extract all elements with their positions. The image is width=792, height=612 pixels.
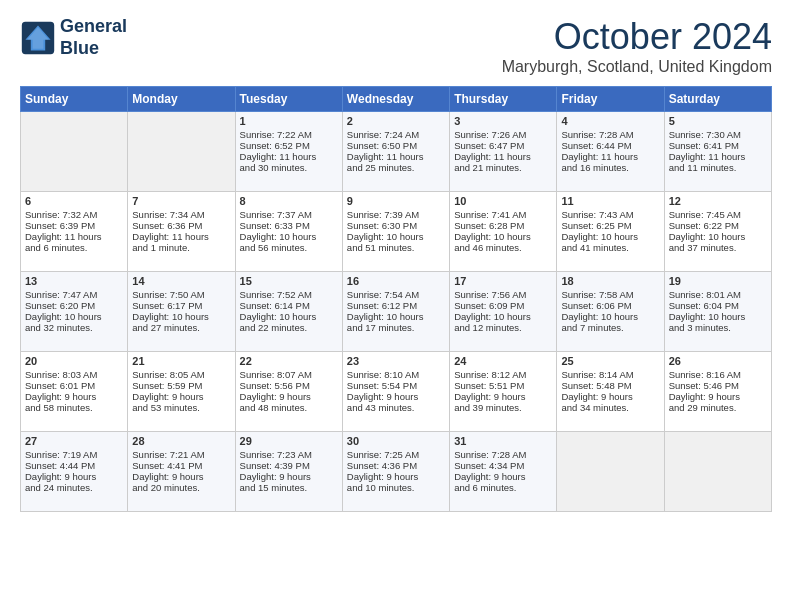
cell-info: and 15 minutes. bbox=[240, 482, 338, 493]
cell-w0-d3: 2Sunrise: 7:24 AMSunset: 6:50 PMDaylight… bbox=[342, 112, 449, 192]
cell-info: Sunrise: 7:26 AM bbox=[454, 129, 552, 140]
cell-info: Daylight: 11 hours bbox=[669, 151, 767, 162]
day-number: 9 bbox=[347, 195, 445, 207]
cell-info: and 56 minutes. bbox=[240, 242, 338, 253]
cell-info: Daylight: 10 hours bbox=[240, 311, 338, 322]
cell-info: Sunrise: 8:07 AM bbox=[240, 369, 338, 380]
cell-info: Sunset: 6:25 PM bbox=[561, 220, 659, 231]
cell-info: Sunrise: 7:54 AM bbox=[347, 289, 445, 300]
cell-info: and 12 minutes. bbox=[454, 322, 552, 333]
cell-info: Sunrise: 8:16 AM bbox=[669, 369, 767, 380]
cell-info: Sunrise: 7:21 AM bbox=[132, 449, 230, 460]
cell-info: Daylight: 10 hours bbox=[454, 311, 552, 322]
cell-w3-d1: 21Sunrise: 8:05 AMSunset: 5:59 PMDayligh… bbox=[128, 352, 235, 432]
day-number: 21 bbox=[132, 355, 230, 367]
cell-info: Sunrise: 7:58 AM bbox=[561, 289, 659, 300]
cell-info: Sunset: 6:06 PM bbox=[561, 300, 659, 311]
cell-info: Sunset: 6:28 PM bbox=[454, 220, 552, 231]
cell-info: Sunrise: 7:32 AM bbox=[25, 209, 123, 220]
cell-info: Sunrise: 7:19 AM bbox=[25, 449, 123, 460]
day-number: 31 bbox=[454, 435, 552, 447]
cell-info: Daylight: 11 hours bbox=[25, 231, 123, 242]
day-number: 22 bbox=[240, 355, 338, 367]
cell-info: Sunrise: 7:28 AM bbox=[454, 449, 552, 460]
cell-w1-d4: 10Sunrise: 7:41 AMSunset: 6:28 PMDayligh… bbox=[450, 192, 557, 272]
cell-info: Sunrise: 8:03 AM bbox=[25, 369, 123, 380]
cell-info: and 48 minutes. bbox=[240, 402, 338, 413]
day-number: 27 bbox=[25, 435, 123, 447]
day-number: 15 bbox=[240, 275, 338, 287]
month-title: October 2024 bbox=[502, 16, 772, 58]
cell-info: and 41 minutes. bbox=[561, 242, 659, 253]
cell-info: Sunset: 6:39 PM bbox=[25, 220, 123, 231]
cell-info: and 53 minutes. bbox=[132, 402, 230, 413]
day-number: 4 bbox=[561, 115, 659, 127]
cell-info: Sunrise: 8:01 AM bbox=[669, 289, 767, 300]
col-header-monday: Monday bbox=[128, 87, 235, 112]
cell-info: Daylight: 10 hours bbox=[561, 231, 659, 242]
cell-w2-d5: 18Sunrise: 7:58 AMSunset: 6:06 PMDayligh… bbox=[557, 272, 664, 352]
cell-w3-d6: 26Sunrise: 8:16 AMSunset: 5:46 PMDayligh… bbox=[664, 352, 771, 432]
cell-info: and 46 minutes. bbox=[454, 242, 552, 253]
cell-info: Daylight: 10 hours bbox=[561, 311, 659, 322]
day-number: 7 bbox=[132, 195, 230, 207]
cell-w3-d3: 23Sunrise: 8:10 AMSunset: 5:54 PMDayligh… bbox=[342, 352, 449, 432]
logo-text: General Blue bbox=[60, 16, 127, 59]
cell-info: Daylight: 9 hours bbox=[669, 391, 767, 402]
cell-info: Sunset: 6:44 PM bbox=[561, 140, 659, 151]
cell-info: and 39 minutes. bbox=[454, 402, 552, 413]
cell-info: Sunset: 4:41 PM bbox=[132, 460, 230, 471]
cell-info: Sunset: 6:33 PM bbox=[240, 220, 338, 231]
cell-info: Daylight: 9 hours bbox=[454, 391, 552, 402]
col-header-friday: Friday bbox=[557, 87, 664, 112]
cell-info: Sunrise: 7:37 AM bbox=[240, 209, 338, 220]
cell-info: Sunset: 6:47 PM bbox=[454, 140, 552, 151]
cell-w1-d3: 9Sunrise: 7:39 AMSunset: 6:30 PMDaylight… bbox=[342, 192, 449, 272]
header: General Blue October 2024 Maryburgh, Sco… bbox=[20, 16, 772, 76]
logo-icon bbox=[20, 20, 56, 56]
cell-info: Sunset: 6:36 PM bbox=[132, 220, 230, 231]
day-number: 11 bbox=[561, 195, 659, 207]
day-number: 18 bbox=[561, 275, 659, 287]
cell-info: Sunset: 6:52 PM bbox=[240, 140, 338, 151]
cell-info: Sunrise: 7:22 AM bbox=[240, 129, 338, 140]
cell-info: Daylight: 9 hours bbox=[132, 471, 230, 482]
cell-info: Sunrise: 7:52 AM bbox=[240, 289, 338, 300]
cell-info: Daylight: 10 hours bbox=[669, 231, 767, 242]
day-number: 17 bbox=[454, 275, 552, 287]
cell-w1-d5: 11Sunrise: 7:43 AMSunset: 6:25 PMDayligh… bbox=[557, 192, 664, 272]
cell-info: Sunrise: 7:56 AM bbox=[454, 289, 552, 300]
cell-info: and 6 minutes. bbox=[454, 482, 552, 493]
cell-w2-d0: 13Sunrise: 7:47 AMSunset: 6:20 PMDayligh… bbox=[21, 272, 128, 352]
day-number: 23 bbox=[347, 355, 445, 367]
cell-info: Sunset: 6:14 PM bbox=[240, 300, 338, 311]
cell-w2-d1: 14Sunrise: 7:50 AMSunset: 6:17 PMDayligh… bbox=[128, 272, 235, 352]
cell-info: Sunrise: 7:47 AM bbox=[25, 289, 123, 300]
cell-info: Sunset: 6:50 PM bbox=[347, 140, 445, 151]
col-header-saturday: Saturday bbox=[664, 87, 771, 112]
cell-info: Sunset: 6:17 PM bbox=[132, 300, 230, 311]
cell-info: Sunset: 6:20 PM bbox=[25, 300, 123, 311]
cell-w4-d4: 31Sunrise: 7:28 AMSunset: 4:34 PMDayligh… bbox=[450, 432, 557, 512]
day-number: 16 bbox=[347, 275, 445, 287]
week-row-0: 1Sunrise: 7:22 AMSunset: 6:52 PMDaylight… bbox=[21, 112, 772, 192]
cell-info: Sunrise: 7:24 AM bbox=[347, 129, 445, 140]
location: Maryburgh, Scotland, United Kingdom bbox=[502, 58, 772, 76]
cell-info: Daylight: 11 hours bbox=[347, 151, 445, 162]
cell-w2-d4: 17Sunrise: 7:56 AMSunset: 6:09 PMDayligh… bbox=[450, 272, 557, 352]
cell-w0-d5: 4Sunrise: 7:28 AMSunset: 6:44 PMDaylight… bbox=[557, 112, 664, 192]
calendar-table: SundayMondayTuesdayWednesdayThursdayFrid… bbox=[20, 86, 772, 512]
cell-w1-d0: 6Sunrise: 7:32 AMSunset: 6:39 PMDaylight… bbox=[21, 192, 128, 272]
cell-info: and 24 minutes. bbox=[25, 482, 123, 493]
cell-w3-d4: 24Sunrise: 8:12 AMSunset: 5:51 PMDayligh… bbox=[450, 352, 557, 432]
week-row-2: 13Sunrise: 7:47 AMSunset: 6:20 PMDayligh… bbox=[21, 272, 772, 352]
cell-info: Daylight: 9 hours bbox=[132, 391, 230, 402]
day-number: 28 bbox=[132, 435, 230, 447]
cell-info: Daylight: 9 hours bbox=[25, 471, 123, 482]
cell-info: and 7 minutes. bbox=[561, 322, 659, 333]
cell-info: Daylight: 9 hours bbox=[240, 391, 338, 402]
cell-info: Sunset: 4:39 PM bbox=[240, 460, 338, 471]
title-block: October 2024 Maryburgh, Scotland, United… bbox=[502, 16, 772, 76]
cell-w3-d2: 22Sunrise: 8:07 AMSunset: 5:56 PMDayligh… bbox=[235, 352, 342, 432]
cell-info: and 29 minutes. bbox=[669, 402, 767, 413]
